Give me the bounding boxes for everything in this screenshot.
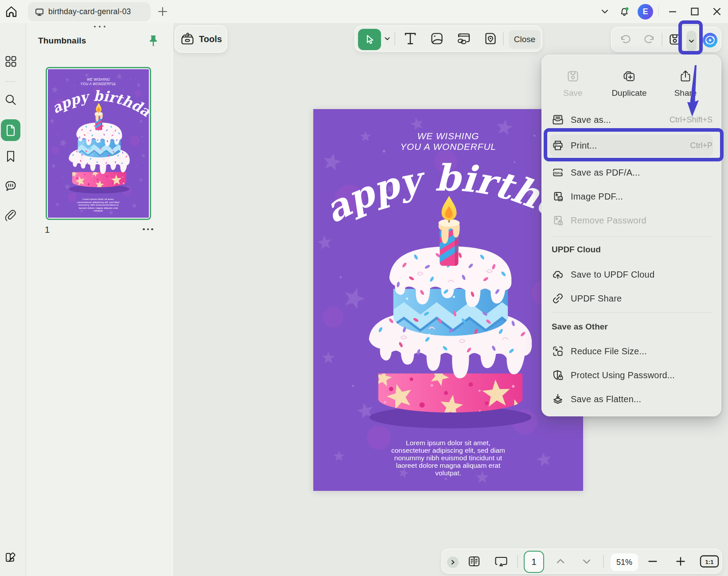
plus-icon bbox=[157, 6, 168, 17]
menu-save-button[interactable]: Save bbox=[549, 65, 597, 106]
undo-button[interactable] bbox=[617, 27, 635, 51]
menu-item-label: Remove Password bbox=[571, 216, 646, 226]
page-pin-icon bbox=[483, 31, 498, 46]
maximize-button[interactable] bbox=[684, 0, 706, 23]
remove-password-icon bbox=[552, 214, 564, 227]
next-page-button[interactable] bbox=[577, 549, 596, 573]
grid-icon bbox=[5, 55, 17, 67]
titlebar: birthday-card-genral-03 E bbox=[0, 0, 728, 23]
chevron-down-icon bbox=[600, 7, 610, 16]
menu-duplicate-label: Duplicate bbox=[611, 88, 646, 98]
menu-item-updf-share[interactable]: UPDF Share bbox=[552, 286, 713, 310]
minimize-icon bbox=[668, 7, 677, 16]
thumbnail-more-button[interactable] bbox=[143, 226, 153, 232]
close-window-button[interactable] bbox=[706, 0, 728, 23]
close-icon bbox=[712, 7, 722, 16]
plus-icon bbox=[675, 556, 686, 567]
notifications-button[interactable] bbox=[615, 0, 634, 23]
statusbar-divider bbox=[603, 555, 604, 568]
thumbnails-tab-button[interactable] bbox=[1, 119, 20, 141]
svg-text:1:1: 1:1 bbox=[705, 558, 714, 565]
ai-assistant-button[interactable] bbox=[703, 33, 717, 47]
collapse-toolbar-button[interactable] bbox=[595, 0, 615, 23]
menu-section-cloud: UPDF Cloud bbox=[552, 245, 601, 255]
edit-toolbar: Close bbox=[354, 25, 542, 52]
monitor-icon bbox=[35, 7, 44, 17]
page-icon bbox=[5, 124, 16, 137]
cloud-upload-icon bbox=[552, 268, 564, 281]
menu-item-label: Save to UPDF Cloud bbox=[571, 270, 654, 280]
menu-item-image-pdf[interactable]: Image PDF... bbox=[552, 184, 713, 208]
zoom-in-button[interactable] bbox=[671, 549, 690, 573]
text-tool-button[interactable] bbox=[401, 26, 420, 51]
menu-item-label: UPDF Share bbox=[571, 294, 622, 304]
chevron-down-icon bbox=[581, 556, 592, 567]
bookmarks-button[interactable] bbox=[0, 150, 21, 163]
menu-divider bbox=[551, 312, 712, 313]
comments-button[interactable] bbox=[0, 180, 21, 193]
chevron-up-icon bbox=[555, 556, 566, 567]
save-icon bbox=[566, 70, 580, 83]
menu-item-label: Save as Flatten... bbox=[571, 394, 641, 404]
chevron-down-icon bbox=[384, 35, 391, 42]
thumbnail-page-number: 1 bbox=[45, 225, 50, 235]
page-layout-button[interactable] bbox=[464, 549, 484, 573]
new-tab-button[interactable] bbox=[156, 5, 169, 18]
paperclip-icon bbox=[4, 209, 17, 222]
minus-icon bbox=[647, 556, 658, 567]
home-icon bbox=[4, 4, 19, 19]
previous-page-button[interactable] bbox=[551, 549, 570, 573]
menu-item-label: Reduce File Size... bbox=[571, 346, 647, 357]
zoom-level-field[interactable]: 51% bbox=[611, 553, 638, 571]
search-button[interactable] bbox=[0, 93, 21, 106]
menu-item-reduce-file-size[interactable]: Reduce File Size... bbox=[552, 339, 713, 363]
expand-statusbar-button[interactable] bbox=[447, 556, 459, 568]
pin-icon bbox=[148, 34, 159, 47]
panel-title: Thumbnails bbox=[38, 36, 86, 46]
panel-drag-handle[interactable] bbox=[26, 26, 173, 27]
cursor-icon bbox=[364, 34, 375, 45]
tab-title: birthday-card-genral-03 bbox=[48, 7, 131, 16]
menu-section-other: Save as Other bbox=[552, 322, 608, 332]
save-as-icon bbox=[552, 114, 564, 126]
thumbnails-panel: Thumbnails 1 bbox=[26, 23, 173, 576]
menu-divider bbox=[551, 236, 712, 237]
menu-item-protect-password[interactable]: Protect Using Password... bbox=[552, 363, 713, 387]
select-tool-caret[interactable] bbox=[382, 26, 393, 51]
menu-item-remove-password[interactable]: Remove Password bbox=[552, 208, 713, 232]
minimize-button[interactable] bbox=[662, 0, 684, 23]
menu-item-save-as-pdfa[interactable]: PDF/A Save as PDF/A... bbox=[552, 161, 713, 184]
page-thumbnail-image bbox=[48, 69, 149, 218]
annotation-tool-button[interactable] bbox=[481, 26, 500, 51]
dashboard-button[interactable] bbox=[0, 55, 21, 67]
notification-dot bbox=[626, 8, 629, 11]
home-button[interactable] bbox=[4, 4, 19, 19]
zoom-out-button[interactable] bbox=[643, 549, 662, 573]
redo-button[interactable] bbox=[640, 27, 658, 51]
page-thumbnail[interactable] bbox=[46, 67, 151, 220]
tools-button[interactable]: Tools bbox=[175, 25, 227, 53]
attachments-button[interactable] bbox=[0, 209, 21, 222]
menu-item-save-to-cloud[interactable]: Save to UPDF Cloud bbox=[552, 263, 713, 286]
select-tool-button[interactable] bbox=[358, 29, 381, 50]
image-tool-button[interactable] bbox=[427, 26, 447, 51]
statusbar-divider bbox=[517, 555, 518, 568]
rail-separator bbox=[5, 81, 16, 82]
annotation-box-caret bbox=[678, 20, 703, 55]
presentation-button[interactable] bbox=[491, 549, 511, 573]
document-tab[interactable]: birthday-card-genral-03 bbox=[28, 2, 151, 21]
actual-size-button[interactable]: 1:1 bbox=[697, 549, 721, 573]
tools-label: Tools bbox=[199, 34, 222, 44]
flatten-icon bbox=[552, 393, 564, 405]
avatar[interactable]: E bbox=[638, 4, 653, 20]
duplicate-icon bbox=[622, 70, 636, 83]
bell-icon bbox=[618, 5, 631, 18]
close-editor-button[interactable]: Close bbox=[509, 30, 541, 49]
menu-duplicate-button[interactable]: Duplicate bbox=[605, 65, 654, 106]
menu-save-label: Save bbox=[563, 88, 582, 98]
pin-panel-button[interactable] bbox=[146, 33, 161, 49]
appearance-button[interactable] bbox=[0, 550, 21, 563]
menu-item-save-as-flatten[interactable]: Save as Flatten... bbox=[552, 387, 713, 411]
link-tool-button[interactable] bbox=[454, 26, 474, 51]
page-number-field[interactable]: 1 bbox=[524, 551, 544, 573]
